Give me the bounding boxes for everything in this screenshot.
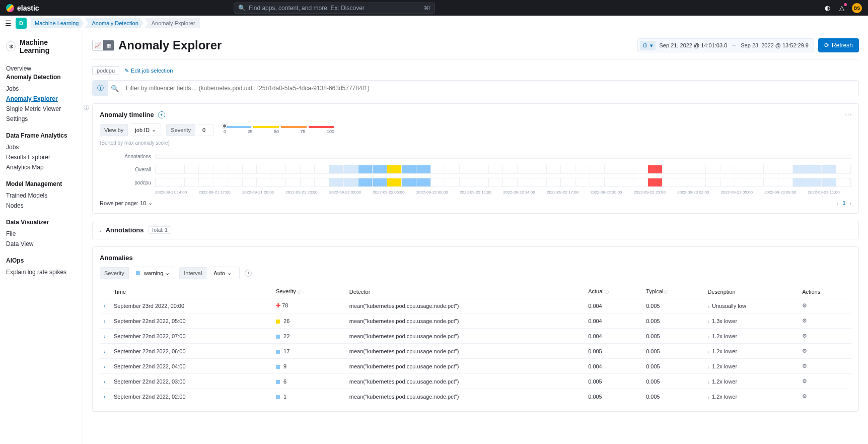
slider-thumb[interactable] bbox=[222, 123, 227, 129]
col-severity[interactable]: Severityⓘ↓ bbox=[272, 285, 345, 298]
nav-toggle-icon[interactable]: ☰ bbox=[5, 19, 12, 27]
edit-job-selection-link[interactable]: ✎ Edit job selection bbox=[124, 68, 173, 74]
header-actions: ◐ △ BS bbox=[824, 3, 862, 13]
gear-icon[interactable]: ⚙ bbox=[802, 318, 807, 324]
next-page-icon[interactable]: › bbox=[849, 200, 851, 206]
gear-icon[interactable]: ⚙ bbox=[802, 333, 807, 339]
influencer-filter-bar[interactable]: ⓘ 🔍 bbox=[92, 80, 859, 96]
breadcrumb-item[interactable]: Anomaly Detection bbox=[85, 18, 143, 28]
table-row: ›September 23rd 2022, 00:00✚ 78mean("kub… bbox=[100, 298, 851, 313]
refresh-button[interactable]: ⟳ Refresh bbox=[818, 38, 859, 52]
severity-control[interactable]: Severity 0 bbox=[166, 124, 213, 136]
expand-row-icon[interactable]: › bbox=[104, 334, 105, 339]
cell-description: ↓1.2x lower bbox=[704, 389, 799, 404]
sidebar-item[interactable]: Anomaly Explorer bbox=[6, 94, 77, 104]
cell-severity: 22 bbox=[272, 329, 345, 344]
cell-detector: mean("kubernetes.pod.cpu.usage.node.pct"… bbox=[345, 374, 584, 389]
info-icon[interactable]: i bbox=[245, 270, 252, 277]
cell-actual: 0.005 bbox=[584, 344, 642, 359]
col-description[interactable]: Description bbox=[704, 285, 799, 298]
global-search[interactable]: 🔍 Find apps, content, and more. Ex: Disc… bbox=[234, 3, 435, 14]
rows-per-page[interactable]: Rows per page: 10 ⌄ bbox=[100, 200, 153, 206]
sidebar-item[interactable]: Explain log rate spikes bbox=[6, 267, 77, 277]
overall-track[interactable] bbox=[155, 165, 851, 174]
current-page[interactable]: 1 bbox=[842, 200, 845, 206]
table-view-icon[interactable]: ▦ bbox=[103, 40, 114, 51]
gear-icon[interactable]: ⚙ bbox=[802, 393, 807, 399]
breadcrumb-item[interactable]: Machine Learning bbox=[31, 18, 84, 28]
table-row: ›September 22nd 2022, 04:00 9mean("kuber… bbox=[100, 359, 851, 374]
chart-view-icon[interactable]: 📈 bbox=[92, 40, 103, 51]
col-time[interactable]: Time bbox=[110, 285, 272, 298]
col-typical[interactable]: Typicalⓘ bbox=[642, 285, 703, 298]
refresh-icon: ⟳ bbox=[824, 42, 829, 49]
table-row: ›September 22nd 2022, 02:00 1mean("kuber… bbox=[100, 389, 851, 404]
app-subbar: ☰ D Machine Learning Anomaly Detection A… bbox=[0, 16, 868, 31]
timeline-axis: 2022-09-21 14:002022-09-21 17:002022-09-… bbox=[155, 190, 851, 195]
severity-scale[interactable]: 0 25 50 75 100 bbox=[224, 126, 334, 134]
cell-description: ↓Unusually low bbox=[704, 298, 799, 313]
help-icon[interactable]: ◐ bbox=[824, 4, 832, 12]
cell-detector: mean("kubernetes.pod.cpu.usage.node.pct"… bbox=[345, 298, 584, 313]
sidebar-item[interactable]: Analytics Map bbox=[6, 162, 77, 172]
filter-input[interactable] bbox=[122, 85, 858, 92]
sidebar-item[interactable]: Results Explorer bbox=[6, 152, 77, 162]
gear-icon[interactable]: ⚙ bbox=[802, 348, 807, 354]
space-selector[interactable]: D bbox=[16, 18, 27, 29]
gear-icon[interactable]: ⚙ bbox=[802, 378, 807, 384]
expand-row-icon[interactable]: › bbox=[104, 394, 105, 400]
sidebar-item[interactable]: Jobs bbox=[6, 142, 77, 152]
panel-info-icon[interactable]: ⓘ bbox=[84, 104, 89, 111]
annotations-total: Total: 1 bbox=[148, 226, 171, 234]
anomalies-table: Time Severityⓘ↓ Detector Actualⓘ Typical… bbox=[100, 285, 851, 404]
col-actions: Actions bbox=[798, 285, 851, 298]
col-detector[interactable]: Detector bbox=[345, 285, 584, 298]
cell-severity: ✚ 78 bbox=[272, 298, 345, 313]
expand-row-icon[interactable]: › bbox=[104, 364, 105, 369]
timeline-title: Anomaly timeline bbox=[100, 111, 154, 118]
newsfeed-icon[interactable]: △ bbox=[838, 4, 846, 12]
cell-time: September 22nd 2022, 07:00 bbox=[110, 329, 272, 344]
cell-description: ↓1.2x lower bbox=[704, 374, 799, 389]
prev-page-icon[interactable]: ‹ bbox=[837, 200, 839, 206]
expand-row-icon[interactable]: › bbox=[104, 349, 105, 354]
job-track[interactable] bbox=[155, 178, 851, 187]
annotations-track[interactable] bbox=[155, 154, 851, 159]
sidebar-item[interactable]: File bbox=[6, 229, 77, 239]
brand-logo[interactable]: elastic bbox=[6, 4, 39, 12]
table-row: ›September 22nd 2022, 06:00 17mean("kube… bbox=[100, 344, 851, 359]
expand-row-icon[interactable]: › bbox=[104, 319, 105, 324]
severity-filter[interactable]: Severity warning ⌄ bbox=[100, 267, 174, 279]
sidebar-group-title: AIOps bbox=[6, 257, 77, 264]
sidebar-item[interactable]: Nodes bbox=[6, 201, 77, 211]
view-by-control[interactable]: View by job ID ⌄ bbox=[100, 123, 161, 136]
gear-icon[interactable]: ⚙ bbox=[802, 302, 807, 308]
info-icon[interactable]: ⓘ bbox=[93, 81, 108, 96]
sidebar-item[interactable]: Settings bbox=[6, 114, 77, 124]
cell-severity: 17 bbox=[272, 344, 345, 359]
sidebar-item-overview[interactable]: Overview bbox=[6, 64, 77, 74]
cell-actual: 0.004 bbox=[584, 313, 642, 329]
cell-typical: 0.005 bbox=[642, 313, 703, 329]
ml-app-icon: ✻ bbox=[6, 41, 16, 51]
user-avatar[interactable]: BS bbox=[852, 3, 862, 13]
add-swimlane-icon[interactable]: + bbox=[158, 111, 165, 118]
sidebar-item[interactable]: Single Metric Viewer bbox=[6, 104, 77, 114]
cell-time: September 22nd 2022, 06:00 bbox=[110, 344, 272, 359]
sidebar-item[interactable]: Jobs bbox=[6, 84, 77, 94]
expand-row-icon[interactable]: › bbox=[104, 379, 105, 385]
col-actual[interactable]: Actualⓘ bbox=[584, 285, 642, 298]
expand-row-icon[interactable]: › bbox=[104, 303, 105, 309]
sidebar-item[interactable]: Data View bbox=[6, 239, 77, 249]
elastic-logo-icon bbox=[6, 4, 14, 12]
date-range-picker[interactable]: 🗓 ▾ Sep 21, 2022 @ 14:01:03.0 → Sep 23, … bbox=[637, 38, 814, 52]
annotations-panel[interactable]: › Annotations Total: 1 bbox=[92, 221, 859, 239]
anomalies-panel: Anomalies Severity warning ⌄ Interval Au… bbox=[92, 246, 859, 412]
sidebar-item[interactable]: Trained Models bbox=[6, 191, 77, 201]
cell-typical: 0.005 bbox=[642, 359, 703, 374]
cell-description: ↓1.2x lower bbox=[704, 359, 799, 374]
panel-menu-icon[interactable]: ⋯ bbox=[845, 111, 851, 118]
interval-filter[interactable]: Interval Auto ⌄ bbox=[179, 267, 240, 279]
cell-actual: 0.004 bbox=[584, 298, 642, 313]
gear-icon[interactable]: ⚙ bbox=[802, 363, 807, 369]
